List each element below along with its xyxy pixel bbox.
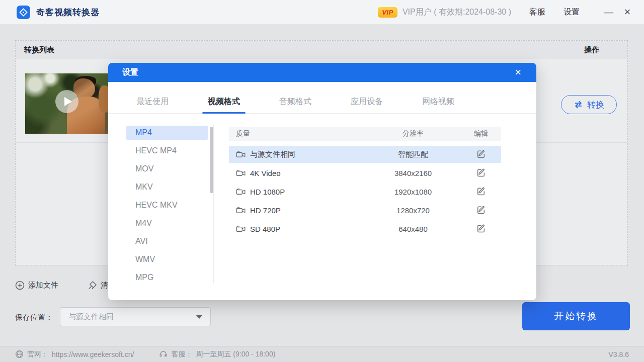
- format-item-mkv[interactable]: MKV: [126, 180, 208, 194]
- quality-column-header: 质量: [236, 129, 250, 138]
- resolution-column-header: 分辨率: [365, 129, 461, 138]
- save-location-select[interactable]: 与源文件相同: [60, 307, 211, 326]
- quality-row-4k[interactable]: 4K Video 3840x2160: [229, 164, 501, 182]
- clear-list-button[interactable]: 清: [88, 281, 108, 290]
- tab-video-format[interactable]: 视频格式: [206, 90, 242, 114]
- support-hours-label: 客服：: [171, 350, 192, 359]
- settings-link[interactable]: 设置: [564, 7, 580, 18]
- app-logo-icon: [17, 6, 30, 19]
- chevron-down-icon: [196, 315, 203, 319]
- format-item-wmv[interactable]: WMV: [126, 252, 208, 266]
- format-item-hevc-mkv[interactable]: HEVC MKV: [126, 198, 208, 212]
- minimize-button[interactable]: —: [602, 7, 616, 18]
- format-item-mp4[interactable]: MP4: [126, 126, 208, 140]
- edit-icon[interactable]: [476, 168, 486, 177]
- camcorder-icon: [236, 151, 246, 158]
- save-location-value: 与源文件相同: [68, 312, 196, 322]
- swap-arrows-icon: [574, 101, 583, 109]
- camcorder-icon: [236, 169, 246, 177]
- tab-web-video[interactable]: 网络视频: [420, 90, 456, 114]
- conversion-list-header: 转换列表 操作: [16, 41, 627, 59]
- format-item-hevc-mp4[interactable]: HEVC MP4: [126, 144, 208, 158]
- video-thumbnail[interactable]: [25, 73, 109, 134]
- support-link[interactable]: 客服: [529, 7, 545, 18]
- edit-column-header: 编辑: [461, 129, 501, 138]
- status-footer: 官网： https://www.geekersoft.cn/ 客服： 周一至周五…: [0, 346, 644, 362]
- format-item-mpg[interactable]: MPG: [126, 270, 208, 285]
- title-bar: 奇客视频转换器 VIP VIP用户 ( 有效期:2024-08-30 ) 客服 …: [0, 0, 644, 24]
- close-button[interactable]: ×: [620, 6, 635, 19]
- save-location-label: 保存位置：: [15, 313, 53, 322]
- start-convert-button[interactable]: 开始转换: [522, 302, 630, 330]
- convert-button[interactable]: 转换: [561, 95, 617, 114]
- headset-icon: [159, 350, 168, 358]
- app-title: 奇客视频转换器: [36, 7, 100, 18]
- website-item: 官网： https://www.geekersoft.cn/: [15, 350, 134, 359]
- tab-device[interactable]: 应用设备: [349, 90, 385, 114]
- convert-button-label: 转换: [587, 99, 604, 111]
- action-column-header: 操作: [584, 45, 599, 55]
- edit-icon[interactable]: [476, 205, 486, 214]
- camcorder-icon: [236, 225, 246, 233]
- dialog-header: 设置 ×: [108, 63, 536, 82]
- globe-icon: [15, 350, 24, 358]
- support-hours-value: 周一至周五 (9:00 - 18:00): [196, 350, 275, 359]
- plus-circle-icon: [15, 281, 25, 290]
- list-separator: [213, 125, 214, 283]
- dialog-title: 设置: [122, 67, 138, 78]
- format-list-scrollbar[interactable]: [210, 127, 213, 193]
- edit-icon[interactable]: [476, 187, 486, 196]
- version-text: V3.8.6: [609, 350, 629, 358]
- format-item-avi[interactable]: AVI: [126, 234, 208, 248]
- format-item-m4v[interactable]: M4V: [126, 216, 208, 230]
- conversion-list-title: 转换列表: [24, 45, 54, 55]
- dialog-close-icon[interactable]: ×: [515, 67, 521, 78]
- settings-dialog: 设置 × 最近使用 视频格式 音频格式 应用设备 网络视频 MP4 HEVC M…: [108, 63, 536, 300]
- quality-row-same-as-source[interactable]: 与源文件相同 智能匹配: [229, 146, 501, 163]
- quality-row-480p[interactable]: SD 480P 640x480: [229, 220, 501, 237]
- edit-icon[interactable]: [476, 224, 486, 233]
- quality-table: 质量 分辨率 编辑 与源文件相同 智能匹配 4K Video 3840x2160: [229, 127, 501, 239]
- edit-icon[interactable]: [476, 149, 486, 158]
- quality-row-720p[interactable]: HD 720P 644x362: [229, 202, 501, 219]
- tab-recently-used[interactable]: 最近使用: [134, 90, 171, 114]
- quality-table-header: 质量 分辨率 编辑: [229, 127, 501, 141]
- dialog-tabs: 最近使用 视频格式 音频格式 应用设备 网络视频: [108, 90, 536, 114]
- camcorder-icon: [236, 188, 246, 196]
- website-url[interactable]: https://www.geekersoft.cn/: [52, 350, 134, 358]
- vip-badge[interactable]: VIP: [378, 7, 397, 18]
- tab-audio-format[interactable]: 音频格式: [277, 90, 313, 114]
- website-label: 官网：: [27, 350, 48, 359]
- format-item-mov[interactable]: MOV: [126, 162, 208, 176]
- quality-row-1080p[interactable]: HD 1080P 1920x1080: [229, 183, 501, 200]
- vip-status-text: VIP用户 ( 有效期:2024-08-30 ): [403, 7, 511, 18]
- support-hours-item: 客服： 周一至周五 (9:00 - 18:00): [159, 350, 275, 359]
- clean-brush-icon: [88, 281, 97, 290]
- camcorder-icon: [236, 207, 246, 214]
- format-list: MP4 HEVC MP4 MOV MKV HEVC MKV M4V AVI WM…: [126, 126, 208, 289]
- app-window: 奇客视频转换器 VIP VIP用户 ( 有效期:2024-08-30 ) 客服 …: [0, 0, 644, 362]
- add-files-button[interactable]: 添加文件: [15, 281, 58, 290]
